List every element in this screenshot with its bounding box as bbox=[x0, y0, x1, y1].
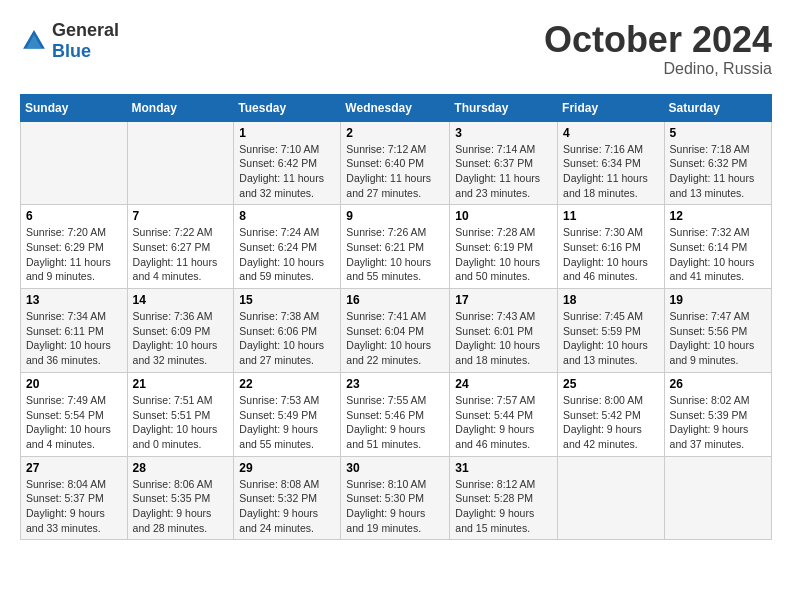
day-number: 1 bbox=[239, 126, 335, 140]
day-info: Sunrise: 7:18 AMSunset: 6:32 PMDaylight:… bbox=[670, 142, 766, 201]
day-number: 31 bbox=[455, 461, 552, 475]
week-row-2: 6Sunrise: 7:20 AMSunset: 6:29 PMDaylight… bbox=[21, 205, 772, 289]
calendar-cell: 28Sunrise: 8:06 AMSunset: 5:35 PMDayligh… bbox=[127, 456, 234, 540]
day-number: 19 bbox=[670, 293, 766, 307]
week-row-4: 20Sunrise: 7:49 AMSunset: 5:54 PMDayligh… bbox=[21, 372, 772, 456]
calendar-cell: 21Sunrise: 7:51 AMSunset: 5:51 PMDayligh… bbox=[127, 372, 234, 456]
logo-icon bbox=[20, 27, 48, 55]
calendar-cell: 31Sunrise: 8:12 AMSunset: 5:28 PMDayligh… bbox=[450, 456, 558, 540]
day-number: 7 bbox=[133, 209, 229, 223]
day-number: 15 bbox=[239, 293, 335, 307]
day-number: 13 bbox=[26, 293, 122, 307]
calendar-cell: 7Sunrise: 7:22 AMSunset: 6:27 PMDaylight… bbox=[127, 205, 234, 289]
day-info: Sunrise: 7:45 AMSunset: 5:59 PMDaylight:… bbox=[563, 309, 659, 368]
day-number: 14 bbox=[133, 293, 229, 307]
logo-general: General bbox=[52, 20, 119, 40]
calendar-cell: 16Sunrise: 7:41 AMSunset: 6:04 PMDayligh… bbox=[341, 289, 450, 373]
day-number: 2 bbox=[346, 126, 444, 140]
day-number: 6 bbox=[26, 209, 122, 223]
day-info: Sunrise: 7:10 AMSunset: 6:42 PMDaylight:… bbox=[239, 142, 335, 201]
day-info: Sunrise: 8:00 AMSunset: 5:42 PMDaylight:… bbox=[563, 393, 659, 452]
calendar-cell: 9Sunrise: 7:26 AMSunset: 6:21 PMDaylight… bbox=[341, 205, 450, 289]
day-info: Sunrise: 8:12 AMSunset: 5:28 PMDaylight:… bbox=[455, 477, 552, 536]
day-info: Sunrise: 7:20 AMSunset: 6:29 PMDaylight:… bbox=[26, 225, 122, 284]
day-info: Sunrise: 7:57 AMSunset: 5:44 PMDaylight:… bbox=[455, 393, 552, 452]
calendar-cell: 27Sunrise: 8:04 AMSunset: 5:37 PMDayligh… bbox=[21, 456, 128, 540]
day-number: 10 bbox=[455, 209, 552, 223]
day-info: Sunrise: 7:24 AMSunset: 6:24 PMDaylight:… bbox=[239, 225, 335, 284]
day-info: Sunrise: 8:02 AMSunset: 5:39 PMDaylight:… bbox=[670, 393, 766, 452]
location-title: Dedino, Russia bbox=[544, 60, 772, 78]
col-friday: Friday bbox=[558, 94, 665, 121]
calendar-cell bbox=[127, 121, 234, 205]
calendar-cell: 23Sunrise: 7:55 AMSunset: 5:46 PMDayligh… bbox=[341, 372, 450, 456]
header-row: Sunday Monday Tuesday Wednesday Thursday… bbox=[21, 94, 772, 121]
day-info: Sunrise: 7:41 AMSunset: 6:04 PMDaylight:… bbox=[346, 309, 444, 368]
day-number: 20 bbox=[26, 377, 122, 391]
calendar-header: Sunday Monday Tuesday Wednesday Thursday… bbox=[21, 94, 772, 121]
col-wednesday: Wednesday bbox=[341, 94, 450, 121]
day-info: Sunrise: 7:30 AMSunset: 6:16 PMDaylight:… bbox=[563, 225, 659, 284]
day-info: Sunrise: 7:34 AMSunset: 6:11 PMDaylight:… bbox=[26, 309, 122, 368]
page-header: General Blue October 2024 Dedino, Russia bbox=[20, 20, 772, 78]
calendar-cell: 17Sunrise: 7:43 AMSunset: 6:01 PMDayligh… bbox=[450, 289, 558, 373]
calendar-cell: 24Sunrise: 7:57 AMSunset: 5:44 PMDayligh… bbox=[450, 372, 558, 456]
calendar-cell: 12Sunrise: 7:32 AMSunset: 6:14 PMDayligh… bbox=[664, 205, 771, 289]
day-info: Sunrise: 8:04 AMSunset: 5:37 PMDaylight:… bbox=[26, 477, 122, 536]
day-number: 17 bbox=[455, 293, 552, 307]
col-sunday: Sunday bbox=[21, 94, 128, 121]
day-info: Sunrise: 7:53 AMSunset: 5:49 PMDaylight:… bbox=[239, 393, 335, 452]
title-block: October 2024 Dedino, Russia bbox=[544, 20, 772, 78]
day-info: Sunrise: 7:22 AMSunset: 6:27 PMDaylight:… bbox=[133, 225, 229, 284]
calendar-cell: 3Sunrise: 7:14 AMSunset: 6:37 PMDaylight… bbox=[450, 121, 558, 205]
day-number: 28 bbox=[133, 461, 229, 475]
day-info: Sunrise: 7:16 AMSunset: 6:34 PMDaylight:… bbox=[563, 142, 659, 201]
day-number: 27 bbox=[26, 461, 122, 475]
day-number: 16 bbox=[346, 293, 444, 307]
day-info: Sunrise: 8:06 AMSunset: 5:35 PMDaylight:… bbox=[133, 477, 229, 536]
week-row-5: 27Sunrise: 8:04 AMSunset: 5:37 PMDayligh… bbox=[21, 456, 772, 540]
calendar-cell: 14Sunrise: 7:36 AMSunset: 6:09 PMDayligh… bbox=[127, 289, 234, 373]
day-info: Sunrise: 7:12 AMSunset: 6:40 PMDaylight:… bbox=[346, 142, 444, 201]
day-info: Sunrise: 7:55 AMSunset: 5:46 PMDaylight:… bbox=[346, 393, 444, 452]
day-info: Sunrise: 8:10 AMSunset: 5:30 PMDaylight:… bbox=[346, 477, 444, 536]
calendar-cell: 4Sunrise: 7:16 AMSunset: 6:34 PMDaylight… bbox=[558, 121, 665, 205]
calendar-cell: 6Sunrise: 7:20 AMSunset: 6:29 PMDaylight… bbox=[21, 205, 128, 289]
calendar-cell: 20Sunrise: 7:49 AMSunset: 5:54 PMDayligh… bbox=[21, 372, 128, 456]
day-number: 22 bbox=[239, 377, 335, 391]
day-info: Sunrise: 7:49 AMSunset: 5:54 PMDaylight:… bbox=[26, 393, 122, 452]
logo: General Blue bbox=[20, 20, 119, 62]
calendar-cell: 29Sunrise: 8:08 AMSunset: 5:32 PMDayligh… bbox=[234, 456, 341, 540]
calendar-cell bbox=[21, 121, 128, 205]
day-info: Sunrise: 7:47 AMSunset: 5:56 PMDaylight:… bbox=[670, 309, 766, 368]
day-number: 4 bbox=[563, 126, 659, 140]
calendar-cell: 22Sunrise: 7:53 AMSunset: 5:49 PMDayligh… bbox=[234, 372, 341, 456]
day-info: Sunrise: 7:43 AMSunset: 6:01 PMDaylight:… bbox=[455, 309, 552, 368]
calendar-cell: 11Sunrise: 7:30 AMSunset: 6:16 PMDayligh… bbox=[558, 205, 665, 289]
day-number: 11 bbox=[563, 209, 659, 223]
day-number: 21 bbox=[133, 377, 229, 391]
col-tuesday: Tuesday bbox=[234, 94, 341, 121]
col-monday: Monday bbox=[127, 94, 234, 121]
calendar-cell bbox=[664, 456, 771, 540]
day-info: Sunrise: 7:28 AMSunset: 6:19 PMDaylight:… bbox=[455, 225, 552, 284]
day-number: 23 bbox=[346, 377, 444, 391]
calendar-cell: 15Sunrise: 7:38 AMSunset: 6:06 PMDayligh… bbox=[234, 289, 341, 373]
day-number: 29 bbox=[239, 461, 335, 475]
day-info: Sunrise: 7:51 AMSunset: 5:51 PMDaylight:… bbox=[133, 393, 229, 452]
logo-text: General Blue bbox=[52, 20, 119, 62]
calendar-cell bbox=[558, 456, 665, 540]
day-number: 9 bbox=[346, 209, 444, 223]
day-info: Sunrise: 7:14 AMSunset: 6:37 PMDaylight:… bbox=[455, 142, 552, 201]
calendar-cell: 13Sunrise: 7:34 AMSunset: 6:11 PMDayligh… bbox=[21, 289, 128, 373]
day-number: 12 bbox=[670, 209, 766, 223]
day-number: 3 bbox=[455, 126, 552, 140]
day-number: 25 bbox=[563, 377, 659, 391]
col-thursday: Thursday bbox=[450, 94, 558, 121]
day-number: 26 bbox=[670, 377, 766, 391]
week-row-1: 1Sunrise: 7:10 AMSunset: 6:42 PMDaylight… bbox=[21, 121, 772, 205]
calendar-cell: 1Sunrise: 7:10 AMSunset: 6:42 PMDaylight… bbox=[234, 121, 341, 205]
day-info: Sunrise: 7:36 AMSunset: 6:09 PMDaylight:… bbox=[133, 309, 229, 368]
calendar-cell: 30Sunrise: 8:10 AMSunset: 5:30 PMDayligh… bbox=[341, 456, 450, 540]
day-info: Sunrise: 7:32 AMSunset: 6:14 PMDaylight:… bbox=[670, 225, 766, 284]
